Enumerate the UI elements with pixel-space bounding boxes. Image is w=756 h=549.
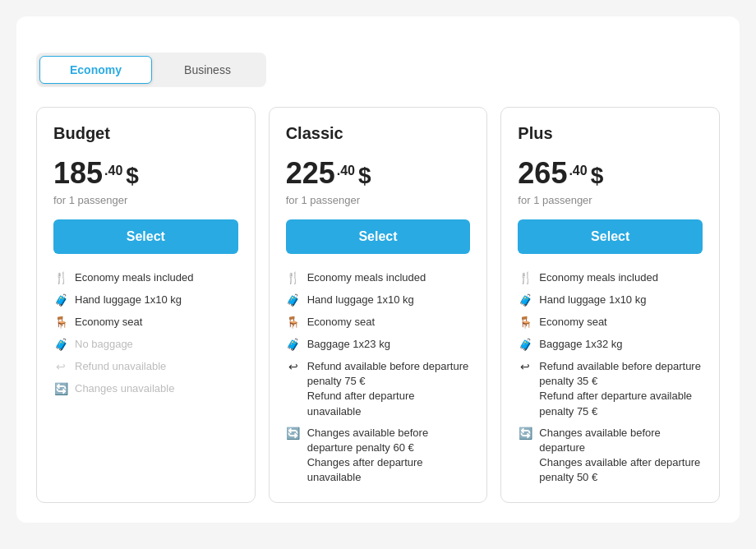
feature-icon-budget-1: 🧳 — [53, 293, 68, 308]
feature-item-plus-0: 🍴 Economy meals included — [518, 270, 703, 286]
feature-item-budget-1: 🧳 Hand luggage 1x10 kg — [53, 293, 238, 308]
feature-icon-classic-5: 🔄 — [286, 427, 301, 441]
feature-item-classic-1: 🧳 Hand luggage 1x10 kg — [286, 293, 471, 308]
feature-icon-budget-4: ↩ — [53, 360, 68, 375]
feature-text-plus-1: Hand luggage 1x10 kg — [539, 293, 646, 307]
tab-bar: Economy Business — [36, 53, 266, 87]
feature-icon-plus-0: 🍴 — [518, 271, 532, 286]
feature-text-classic-2: Economy seat — [307, 315, 375, 330]
feature-icon-budget-5: 🔄 — [53, 382, 68, 397]
feature-text-classic-4: Refund available before departure penalt… — [307, 359, 471, 419]
price-row-classic: 225 .40 $ — [286, 156, 471, 191]
card-plus: Plus 265 .40 $ for 1 passenger Select 🍴 … — [500, 107, 720, 503]
features-list-classic: 🍴 Economy meals included 🧳 Hand luggage … — [286, 270, 471, 486]
feature-icon-plus-2: 🪑 — [518, 316, 532, 330]
feature-icon-budget-0: 🍴 — [53, 271, 68, 286]
select-button-classic[interactable]: Select — [286, 219, 471, 254]
price-note-budget: for 1 passenger — [53, 194, 238, 206]
select-button-budget[interactable]: Select — [53, 219, 238, 254]
select-button-plus[interactable]: Select — [518, 219, 703, 254]
feature-text-budget-2: Economy seat — [75, 315, 142, 330]
feature-item-classic-3: 🧳 Baggage 1x23 kg — [286, 337, 471, 353]
price-note-classic: for 1 passenger — [286, 194, 471, 206]
feature-icon-plus-4: ↩ — [518, 360, 532, 375]
card-classic: Classic 225 .40 $ for 1 passenger Select… — [269, 107, 488, 503]
price-note-plus: for 1 passenger — [518, 194, 703, 206]
feature-icon-plus-5: 🔄 — [518, 427, 532, 441]
price-main-budget: 185 — [53, 156, 103, 191]
features-list-budget: 🍴 Economy meals included 🧳 Hand luggage … — [53, 270, 238, 397]
price-currency-budget: $ — [126, 163, 139, 189]
feature-item-plus-5: 🔄 Changes available before departureChan… — [518, 426, 703, 486]
feature-icon-classic-4: ↩ — [286, 360, 301, 375]
price-decimal-plus: .40 — [569, 164, 587, 178]
feature-text-classic-1: Hand luggage 1x10 kg — [307, 293, 414, 307]
features-list-plus: 🍴 Economy meals included 🧳 Hand luggage … — [518, 270, 703, 486]
feature-text-classic-0: Economy meals included — [307, 270, 426, 285]
card-title-classic: Classic — [286, 124, 471, 143]
feature-icon-budget-2: 🪑 — [53, 316, 68, 330]
price-decimal-classic: .40 — [337, 164, 355, 178]
feature-item-budget-4: ↩ Refund unavailable — [53, 359, 238, 375]
feature-text-classic-3: Baggage 1x23 kg — [307, 337, 390, 352]
feature-item-budget-0: 🍴 Economy meals included — [53, 270, 238, 286]
feature-icon-classic-0: 🍴 — [286, 271, 301, 286]
feature-item-budget-5: 🔄 Changes unavailable — [53, 381, 238, 397]
price-currency-classic: $ — [358, 163, 371, 189]
feature-item-budget-3: 🧳 No baggage — [53, 337, 238, 353]
feature-item-classic-2: 🪑 Economy seat — [286, 315, 471, 330]
feature-text-plus-4: Refund available before departure penalt… — [539, 359, 703, 419]
price-row-plus: 265 .40 $ — [518, 156, 703, 191]
feature-item-classic-5: 🔄 Changes available before departure pen… — [286, 426, 471, 486]
cards-row: Budget 185 .40 $ for 1 passenger Select … — [36, 107, 720, 503]
price-main-classic: 225 — [286, 156, 335, 191]
feature-icon-budget-3: 🧳 — [53, 338, 68, 353]
feature-text-classic-5: Changes available before departure penal… — [307, 426, 471, 486]
card-title-budget: Budget — [53, 124, 238, 143]
tab-business[interactable]: Business — [152, 56, 263, 84]
feature-icon-plus-3: 🧳 — [518, 338, 532, 353]
feature-item-budget-2: 🪑 Economy seat — [53, 315, 238, 330]
page-wrapper: Economy Business Budget 185 .40 $ for 1 … — [16, 16, 740, 523]
feature-item-classic-0: 🍴 Economy meals included — [286, 270, 471, 286]
feature-item-plus-2: 🪑 Economy seat — [518, 315, 703, 330]
feature-item-plus-3: 🧳 Baggage 1x32 kg — [518, 337, 703, 353]
tab-economy[interactable]: Economy — [39, 56, 152, 84]
card-title-plus: Plus — [518, 124, 703, 143]
feature-icon-classic-3: 🧳 — [286, 338, 301, 353]
price-decimal-budget: .40 — [104, 164, 122, 178]
price-currency-plus: $ — [591, 163, 604, 189]
price-row-budget: 185 .40 $ — [53, 156, 238, 191]
feature-text-plus-2: Economy seat — [539, 315, 606, 330]
card-budget: Budget 185 .40 $ for 1 passenger Select … — [36, 107, 256, 503]
feature-text-budget-0: Economy meals included — [75, 270, 194, 285]
price-main-plus: 265 — [518, 156, 567, 191]
feature-item-plus-4: ↩ Refund available before departure pena… — [518, 359, 703, 419]
feature-text-plus-5: Changes available before departureChange… — [539, 426, 703, 486]
feature-icon-plus-1: 🧳 — [518, 293, 532, 308]
feature-text-budget-4: Refund unavailable — [75, 359, 166, 374]
feature-icon-classic-1: 🧳 — [286, 293, 301, 308]
feature-text-plus-3: Baggage 1x32 kg — [539, 337, 622, 352]
feature-text-budget-5: Changes unavailable — [75, 381, 174, 396]
feature-text-plus-0: Economy meals included — [539, 270, 658, 285]
feature-text-budget-1: Hand luggage 1x10 kg — [75, 293, 182, 307]
feature-item-plus-1: 🧳 Hand luggage 1x10 kg — [518, 293, 703, 308]
feature-icon-classic-2: 🪑 — [286, 316, 301, 330]
feature-text-budget-3: No baggage — [75, 337, 133, 352]
feature-item-classic-4: ↩ Refund available before departure pena… — [286, 359, 471, 419]
